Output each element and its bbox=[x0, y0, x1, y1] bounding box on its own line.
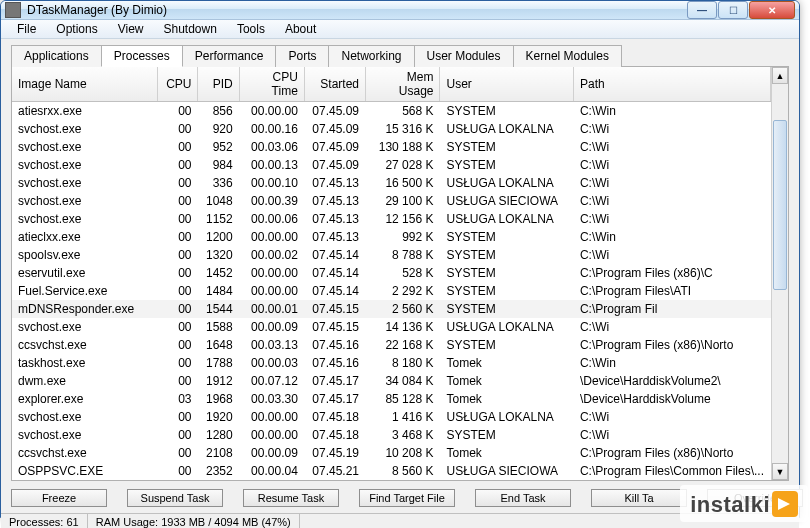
cell-mem: 85 128 K bbox=[366, 390, 440, 408]
scroll-down-arrow[interactable]: ▼ bbox=[772, 463, 788, 480]
cell-started: 07.45.09 bbox=[304, 138, 365, 156]
cell-user: USŁUGA LOKALNA bbox=[440, 174, 573, 192]
cell-user: USŁUGA SIECIOWA bbox=[440, 192, 573, 210]
tab-networking[interactable]: Networking bbox=[328, 45, 414, 67]
cell-cputime: 00.03.30 bbox=[239, 390, 304, 408]
cell-mem: 27 028 K bbox=[366, 156, 440, 174]
table-row[interactable]: svchost.exe00158800.00.0907.45.1514 136 … bbox=[12, 318, 771, 336]
table-row[interactable]: ccsvchst.exe00210800.00.0907.45.1910 208… bbox=[12, 444, 771, 462]
tab-user-modules[interactable]: User Modules bbox=[414, 45, 514, 67]
find-target-button[interactable]: Find Target File bbox=[359, 489, 455, 507]
cell-pid: 1152 bbox=[198, 210, 239, 228]
cell-pid: 1452 bbox=[198, 264, 239, 282]
cell-name: mDNSResponder.exe bbox=[12, 300, 157, 318]
titlebar[interactable]: DTaskManager (By Dimio) bbox=[1, 1, 799, 20]
tab-processes[interactable]: Processes bbox=[101, 45, 183, 67]
table-row[interactable]: eservutil.exe00145200.00.0007.45.14528 K… bbox=[12, 264, 771, 282]
table-row[interactable]: Fuel.Service.exe00148400.00.0007.45.142 … bbox=[12, 282, 771, 300]
tab-applications[interactable]: Applications bbox=[11, 45, 102, 67]
cell-path: C:\Win bbox=[573, 228, 770, 246]
cell-cpu: 00 bbox=[157, 426, 198, 444]
col-cpu[interactable]: CPU bbox=[157, 67, 198, 102]
tab-performance[interactable]: Performance bbox=[182, 45, 277, 67]
cell-user: SYSTEM bbox=[440, 300, 573, 318]
menu-shutdown[interactable]: Shutdown bbox=[154, 20, 227, 38]
menu-about[interactable]: About bbox=[275, 20, 326, 38]
col-started[interactable]: Started bbox=[304, 67, 365, 102]
cell-started: 07.45.09 bbox=[304, 120, 365, 138]
cell-started: 07.45.13 bbox=[304, 174, 365, 192]
cell-pid: 2352 bbox=[198, 462, 239, 480]
scroll-up-arrow[interactable]: ▲ bbox=[772, 67, 788, 84]
table-row[interactable]: atieclxx.exe00120000.00.0007.45.13992 KS… bbox=[12, 228, 771, 246]
table-row[interactable]: spoolsv.exe00132000.00.0207.45.148 788 K… bbox=[12, 246, 771, 264]
minimize-button[interactable] bbox=[687, 1, 717, 19]
cell-cputime: 00.00.16 bbox=[239, 120, 304, 138]
cell-path: \Device\HarddiskVolume bbox=[573, 390, 770, 408]
cell-cputime: 00.00.00 bbox=[239, 408, 304, 426]
vertical-scrollbar[interactable]: ▲ ▼ bbox=[771, 67, 788, 480]
table-row[interactable]: svchost.exe0095200.03.0607.45.09130 188 … bbox=[12, 138, 771, 156]
cell-user: SYSTEM bbox=[440, 102, 573, 121]
col-user[interactable]: User bbox=[440, 67, 573, 102]
cell-mem: 14 136 K bbox=[366, 318, 440, 336]
table-row[interactable]: svchost.exe0098400.00.1307.45.0927 028 K… bbox=[12, 156, 771, 174]
cell-cputime: 00.07.12 bbox=[239, 372, 304, 390]
cell-path: C:\Wi bbox=[573, 120, 770, 138]
cell-mem: 2 292 K bbox=[366, 282, 440, 300]
cell-pid: 1912 bbox=[198, 372, 239, 390]
table-row[interactable]: svchost.exe00115200.00.0607.45.1312 156 … bbox=[12, 210, 771, 228]
table-row[interactable]: atiesrxx.exe0085600.00.0007.45.09568 KSY… bbox=[12, 102, 771, 121]
table-row[interactable]: svchost.exe00128000.00.0007.45.183 468 K… bbox=[12, 426, 771, 444]
cell-cpu: 00 bbox=[157, 228, 198, 246]
table-row[interactable]: OSPPSVC.EXE00235200.00.0407.45.218 560 K… bbox=[12, 462, 771, 480]
menu-file[interactable]: File bbox=[7, 20, 46, 38]
table-row[interactable]: taskhost.exe00178800.00.0307.45.168 180 … bbox=[12, 354, 771, 372]
col-pid[interactable]: PID bbox=[198, 67, 239, 102]
table-row[interactable]: mDNSResponder.exe00154400.00.0107.45.152… bbox=[12, 300, 771, 318]
col-path[interactable]: Path bbox=[573, 67, 770, 102]
end-task-button[interactable]: End Task bbox=[475, 489, 571, 507]
play-icon bbox=[772, 491, 798, 517]
table-row[interactable]: dwm.exe00191200.07.1207.45.1734 084 KTom… bbox=[12, 372, 771, 390]
table-row[interactable]: svchost.exe00192000.00.0007.45.181 416 K… bbox=[12, 408, 771, 426]
close-button[interactable] bbox=[749, 1, 795, 19]
scroll-thumb[interactable] bbox=[773, 120, 787, 290]
kill-task-button[interactable]: Kill Ta bbox=[591, 489, 687, 507]
cell-pid: 1048 bbox=[198, 192, 239, 210]
cell-cpu: 00 bbox=[157, 246, 198, 264]
table-row[interactable]: svchost.exe0033600.00.1007.45.1316 500 K… bbox=[12, 174, 771, 192]
col-image-name[interactable]: Image Name bbox=[12, 67, 157, 102]
cell-cputime: 00.00.06 bbox=[239, 210, 304, 228]
cell-mem: 16 500 K bbox=[366, 174, 440, 192]
cell-path: C:\Wi bbox=[573, 246, 770, 264]
cell-mem: 10 208 K bbox=[366, 444, 440, 462]
cell-mem: 22 168 K bbox=[366, 336, 440, 354]
cell-pid: 1320 bbox=[198, 246, 239, 264]
cell-path: C:\Wi bbox=[573, 210, 770, 228]
tab-kernel-modules[interactable]: Kernel Modules bbox=[513, 45, 622, 67]
process-list: Image Name CPU PID CPU Time Started Mem … bbox=[11, 66, 789, 481]
table-row[interactable]: explorer.exe03196800.03.3007.45.1785 128… bbox=[12, 390, 771, 408]
col-mem-usage[interactable]: Mem Usage bbox=[366, 67, 440, 102]
resume-button[interactable]: Resume Task bbox=[243, 489, 339, 507]
suspend-button[interactable]: Suspend Task bbox=[127, 489, 223, 507]
maximize-button[interactable] bbox=[718, 1, 748, 19]
cell-cpu: 00 bbox=[157, 372, 198, 390]
cell-user: USŁUGA LOKALNA bbox=[440, 210, 573, 228]
menu-view[interactable]: View bbox=[108, 20, 154, 38]
menu-options[interactable]: Options bbox=[46, 20, 107, 38]
scroll-track[interactable] bbox=[772, 84, 788, 463]
cell-mem: 34 084 K bbox=[366, 372, 440, 390]
cell-user: Tomek bbox=[440, 444, 573, 462]
cell-started: 07.45.16 bbox=[304, 354, 365, 372]
cell-user: Tomek bbox=[440, 354, 573, 372]
menu-tools[interactable]: Tools bbox=[227, 20, 275, 38]
cell-cpu: 00 bbox=[157, 408, 198, 426]
table-row[interactable]: svchost.exe00104800.00.3907.45.1329 100 … bbox=[12, 192, 771, 210]
freeze-button[interactable]: Freeze bbox=[11, 489, 107, 507]
col-cpu-time[interactable]: CPU Time bbox=[239, 67, 304, 102]
table-row[interactable]: svchost.exe0092000.00.1607.45.0915 316 K… bbox=[12, 120, 771, 138]
tab-ports[interactable]: Ports bbox=[275, 45, 329, 67]
table-row[interactable]: ccsvchst.exe00164800.03.1307.45.1622 168… bbox=[12, 336, 771, 354]
